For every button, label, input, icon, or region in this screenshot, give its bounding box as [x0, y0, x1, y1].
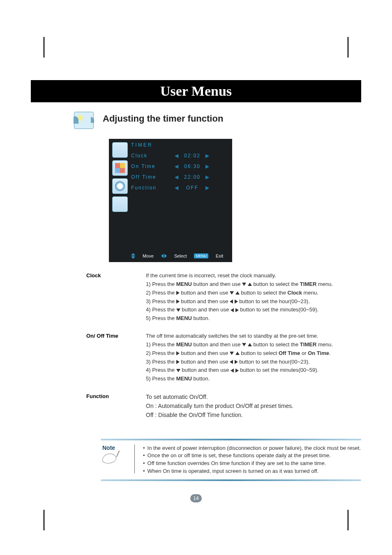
menu-badge: MENU [194, 253, 208, 258]
desc-body: To set automatic On/Off. On : Automatica… [146, 393, 357, 419]
page-title: User Menus [160, 83, 232, 99]
right-arrow-icon [235, 308, 239, 312]
osd-row-label: On Time [131, 164, 172, 169]
osd-row-value: 22:00 [182, 174, 203, 180]
desc-step-4: 4) Press the button and then use button … [146, 306, 357, 314]
osd-footer: Move Select MENU Exit [131, 253, 228, 259]
triangle-left-icon: ◀ [172, 185, 182, 191]
osd-footer-exit: Exit [216, 253, 223, 258]
desc-body: The off time automatically switches the … [146, 332, 357, 383]
crop-mark [347, 37, 349, 58]
osd-footer-move: Move [143, 253, 154, 258]
osd-footer-select: Select [174, 253, 187, 258]
triangle-right-icon: ▶ [203, 164, 212, 169]
left-arrow-icon [231, 368, 234, 373]
landscape-icon [74, 112, 94, 129]
up-arrow-icon [235, 352, 240, 355]
note-item: When On time is operated, input screen i… [143, 467, 361, 475]
note-label: Note [102, 444, 129, 451]
desc-label: On/ Off Time [86, 332, 131, 340]
osd-row-clock: Clock ◀ 02:02 ▶ [131, 153, 228, 159]
right-arrow-icon [235, 368, 239, 373]
desc-intro: If the current time is incorrect, reset … [146, 272, 357, 280]
triangle-left-icon: ◀ [172, 174, 182, 180]
section-header: Adjusting the timer function [74, 111, 361, 134]
page-title-bar: User Menus [31, 80, 361, 102]
note-item: Once the on or off time is set, these fu… [143, 452, 361, 460]
up-arrow-icon [235, 291, 240, 295]
note-list: In the event of power interruption (disc… [143, 444, 361, 475]
desc-onoff: On/ Off Time The off time automatically … [84, 332, 357, 383]
desc-intro: The off time automatically switches the … [146, 332, 357, 340]
osd-tab-jigsaw-icon [112, 160, 128, 176]
desc-step-3: 3) Press the button and then use button … [146, 298, 357, 306]
osd-row-value: OFF [182, 185, 203, 191]
right-arrow-icon [176, 351, 180, 355]
osd-row-label: Off Time [131, 174, 172, 180]
osd-row-label: Function [131, 185, 172, 191]
osd-row-function: Function ◀ OFF ▶ [131, 185, 228, 191]
down-arrow-icon [176, 309, 180, 312]
left-right-icon [161, 254, 167, 258]
note-item: In the event of power interruption (disc… [143, 444, 361, 452]
right-arrow-icon [235, 360, 238, 364]
desc-line: To set automatic On/Off. [146, 393, 357, 402]
desc-function: Function To set automatic On/Off. On : A… [84, 393, 357, 419]
osd-row-value: 02:02 [182, 153, 203, 159]
osd-tab-icon [112, 196, 128, 212]
desc-step-1: 1) Press the MENU button and then use bu… [146, 341, 357, 349]
triangle-right-icon: ▶ [203, 174, 212, 180]
down-arrow-icon [230, 352, 234, 355]
note-item: Off time function overrides On time func… [143, 460, 361, 467]
section-title: Adjusting the timer function [103, 113, 223, 124]
right-arrow-icon [176, 360, 180, 364]
up-arrow-icon [248, 343, 252, 346]
osd-row-value: 06:30 [182, 164, 203, 169]
document-page: User Menus Adjusting the timer function … [0, 0, 392, 555]
left-arrow-icon [230, 299, 233, 304]
osd-row-on-time: On Time ◀ 06:30 ▶ [131, 164, 228, 169]
desc-step-3: 3) Press the button and then use button … [146, 358, 357, 366]
divider [101, 439, 361, 440]
up-down-icon [131, 253, 135, 259]
note-hand-icon [102, 453, 116, 464]
desc-body: If the current time is incorrect, reset … [146, 272, 357, 322]
desc-label: Clock [86, 272, 131, 280]
right-arrow-icon [235, 299, 238, 304]
up-arrow-icon [248, 283, 252, 286]
osd-sidebar [112, 142, 129, 242]
note-block: Note In the event of power interruption … [101, 439, 361, 485]
note-row: Note In the event of power interruption … [101, 444, 361, 475]
osd-row-off-time: Off Time ◀ 22:00 ▶ [131, 174, 228, 180]
down-arrow-icon [230, 291, 234, 295]
right-arrow-icon [176, 291, 180, 295]
page-number: 14 [190, 494, 202, 502]
down-arrow-icon [176, 369, 180, 372]
desc-step-5: 5) Press the MENU button. [146, 375, 357, 383]
desc-step-5: 5) Press the MENU button. [146, 315, 357, 322]
desc-clock: Clock If the current time is incorrect, … [84, 272, 357, 322]
desc-step-1: 1) Press the MENU button and then use bu… [146, 281, 357, 288]
desc-line: On : Automatically turn the product On/O… [146, 402, 357, 411]
desc-label: Function [86, 393, 131, 401]
osd-row-label: Clock [131, 153, 172, 159]
divider [101, 479, 361, 481]
left-arrow-icon [230, 360, 233, 364]
content-area: Adjusting the timer function TIMER Clock… [31, 107, 361, 518]
right-arrow-icon [176, 299, 180, 304]
osd-rows: Clock ◀ 02:02 ▶ On Time ◀ 06:30 ▶ Off Ti… [131, 153, 228, 191]
left-arrow-icon [231, 308, 234, 312]
desc-step-4: 4) Press the button and then use button … [146, 366, 357, 374]
osd-header: TIMER [131, 142, 152, 148]
down-arrow-icon [242, 283, 246, 286]
desc-step-2: 2) Press the button and then use button … [146, 289, 357, 297]
triangle-right-icon: ▶ [203, 153, 212, 159]
down-arrow-icon [242, 343, 246, 346]
note-left: Note [101, 444, 135, 473]
triangle-left-icon: ◀ [172, 153, 182, 159]
triangle-right-icon: ▶ [203, 185, 212, 191]
triangle-left-icon: ◀ [172, 164, 182, 169]
osd-tab-timer-icon [112, 178, 128, 194]
desc-line: Off : Disable the On/Off Time function. [146, 411, 357, 420]
osd-screenshot: TIMER Clock ◀ 02:02 ▶ On Time ◀ 06:30 ▶ … [109, 139, 232, 262]
